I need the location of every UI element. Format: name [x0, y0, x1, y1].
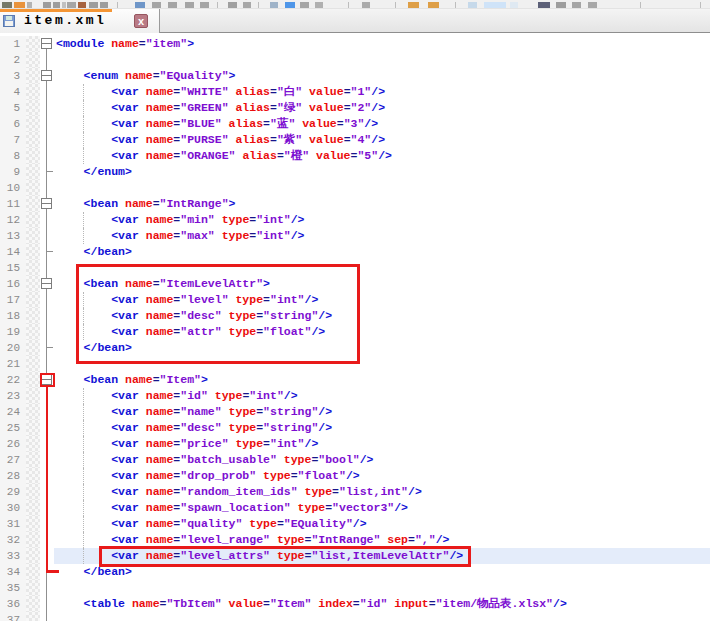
- code-text[interactable]: <var name="desc" type="string"/>: [54, 420, 710, 436]
- code-editor[interactable]: 1<module name="item">23 <enum name="EQua…: [0, 33, 710, 621]
- code-text[interactable]: [54, 180, 710, 196]
- syntax-token: [56, 453, 111, 466]
- syntax-token: name: [146, 309, 174, 322]
- code-text[interactable]: [54, 580, 710, 596]
- syntax-token: =: [263, 117, 270, 130]
- code-text[interactable]: <var name="quality" type="EQuality"/>: [54, 516, 710, 532]
- line-number[interactable]: 37: [0, 612, 26, 621]
- line-number[interactable]: 4: [0, 84, 26, 100]
- code-text[interactable]: <var name="batch_usable" type="bool"/>: [54, 452, 710, 468]
- code-text[interactable]: <module name="item">: [54, 36, 710, 52]
- fold-collapse-icon[interactable]: [40, 276, 54, 292]
- fold-collapse-icon[interactable]: [40, 196, 54, 212]
- line-number[interactable]: 30: [0, 500, 26, 516]
- line-number[interactable]: 1: [0, 36, 26, 52]
- code-text[interactable]: [54, 356, 710, 372]
- line-number[interactable]: 22: [0, 372, 26, 388]
- line-number[interactable]: 3: [0, 68, 26, 84]
- line-number[interactable]: 25: [0, 420, 26, 436]
- line-number[interactable]: 33: [0, 548, 26, 564]
- line-number[interactable]: 9: [0, 164, 26, 180]
- line-number[interactable]: 31: [0, 516, 26, 532]
- close-icon[interactable]: x: [134, 14, 148, 28]
- syntax-token: "id": [180, 389, 208, 402]
- fold-collapse-icon[interactable]: [40, 372, 54, 388]
- code-text[interactable]: <var name="drop_prob" type="float"/>: [54, 468, 710, 484]
- line-number[interactable]: 10: [0, 180, 26, 196]
- code-text[interactable]: <var name="min" type="int"/>: [54, 212, 710, 228]
- code-text[interactable]: <var name="PURSE" alias="紫" value="4"/>: [54, 132, 710, 148]
- line-number[interactable]: 36: [0, 596, 26, 612]
- line-number[interactable]: 34: [0, 564, 26, 580]
- code-text[interactable]: <bean name="ItemLevelAttr">: [54, 276, 710, 292]
- line-number[interactable]: 19: [0, 324, 26, 340]
- code-text[interactable]: <var name="id" type="int"/>: [54, 388, 710, 404]
- line-number[interactable]: 2: [0, 52, 26, 68]
- code-text-current-line[interactable]: <var name="level_attrs" type="list,ItemL…: [54, 548, 710, 564]
- line-number[interactable]: 13: [0, 228, 26, 244]
- line-number[interactable]: 27: [0, 452, 26, 468]
- line-number[interactable]: 35: [0, 580, 26, 596]
- line-number[interactable]: 20: [0, 340, 26, 356]
- code-text[interactable]: [54, 612, 710, 621]
- syntax-token: "attr": [180, 325, 221, 338]
- code-line: 28 <var name="drop_prob" type="float"/>: [0, 468, 710, 484]
- code-text[interactable]: <var name="max" type="int"/>: [54, 228, 710, 244]
- syntax-token: "EQuality": [284, 517, 353, 530]
- syntax-token: "id": [360, 597, 388, 610]
- line-number[interactable]: 28: [0, 468, 26, 484]
- line-number[interactable]: 23: [0, 388, 26, 404]
- tab-item-xml[interactable]: item.xml x: [0, 9, 160, 33]
- code-text[interactable]: </bean>: [54, 244, 710, 260]
- line-number[interactable]: 17: [0, 292, 26, 308]
- code-text[interactable]: <var name="level_range" type="IntRange" …: [54, 532, 710, 548]
- line-number[interactable]: 32: [0, 532, 26, 548]
- code-text[interactable]: <bean name="IntRange">: [54, 196, 710, 212]
- code-text[interactable]: <var name="desc" type="string"/>: [54, 308, 710, 324]
- syntax-token: [139, 501, 146, 514]
- line-number[interactable]: 18: [0, 308, 26, 324]
- code-text[interactable]: <var name="level" type="int"/>: [54, 292, 710, 308]
- code-text[interactable]: <var name="WHITE" alias="白" value="1"/>: [54, 84, 710, 100]
- syntax-token: />: [318, 309, 332, 322]
- code-text[interactable]: <enum name="EQuality">: [54, 68, 710, 84]
- line-number[interactable]: 6: [0, 116, 26, 132]
- code-text[interactable]: <var name="GREEN" alias="绿" value="2"/>: [54, 100, 710, 116]
- line-number[interactable]: 5: [0, 100, 26, 116]
- line-number[interactable]: 16: [0, 276, 26, 292]
- toolbar-icon-fragment: [258, 2, 259, 8]
- code-text[interactable]: <var name="price" type="int"/>: [54, 436, 710, 452]
- syntax-token: />: [378, 149, 392, 162]
- line-number[interactable]: 7: [0, 132, 26, 148]
- code-text[interactable]: [54, 52, 710, 68]
- code-text[interactable]: <bean name="Item">: [54, 372, 710, 388]
- fold-margin: [40, 484, 54, 500]
- line-number[interactable]: 21: [0, 356, 26, 372]
- code-text[interactable]: <var name="attr" type="float"/>: [54, 324, 710, 340]
- line-number[interactable]: 26: [0, 436, 26, 452]
- code-text[interactable]: </bean>: [54, 340, 710, 356]
- code-text[interactable]: </bean>: [54, 564, 710, 580]
- syntax-token: name: [125, 277, 153, 290]
- fold-collapse-icon[interactable]: [40, 68, 54, 84]
- code-text[interactable]: <var name="BLUE" alias="蓝" value="3"/>: [54, 116, 710, 132]
- code-text[interactable]: </enum>: [54, 164, 710, 180]
- fold-collapse-icon[interactable]: [40, 36, 54, 52]
- line-number[interactable]: 29: [0, 484, 26, 500]
- bookmark-margin: [26, 420, 40, 436]
- line-number[interactable]: 8: [0, 148, 26, 164]
- code-text[interactable]: [54, 260, 710, 276]
- line-number[interactable]: 12: [0, 212, 26, 228]
- line-number[interactable]: 14: [0, 244, 26, 260]
- line-number[interactable]: 15: [0, 260, 26, 276]
- code-text[interactable]: <var name="ORANGE" alias="橙" value="5"/>: [54, 148, 710, 164]
- bookmark-margin: [26, 84, 40, 100]
- line-number[interactable]: 11: [0, 196, 26, 212]
- code-text[interactable]: <table name="TbItem" value="Item" index=…: [54, 596, 710, 612]
- line-number[interactable]: 24: [0, 404, 26, 420]
- code-text[interactable]: <var name="random_item_ids" type="list,i…: [54, 484, 710, 500]
- code-text[interactable]: <var name="name" type="string"/>: [54, 404, 710, 420]
- syntax-token: name: [146, 453, 174, 466]
- code-text[interactable]: <var name="spawn_location" type="vector3…: [54, 500, 710, 516]
- syntax-token: =: [263, 597, 270, 610]
